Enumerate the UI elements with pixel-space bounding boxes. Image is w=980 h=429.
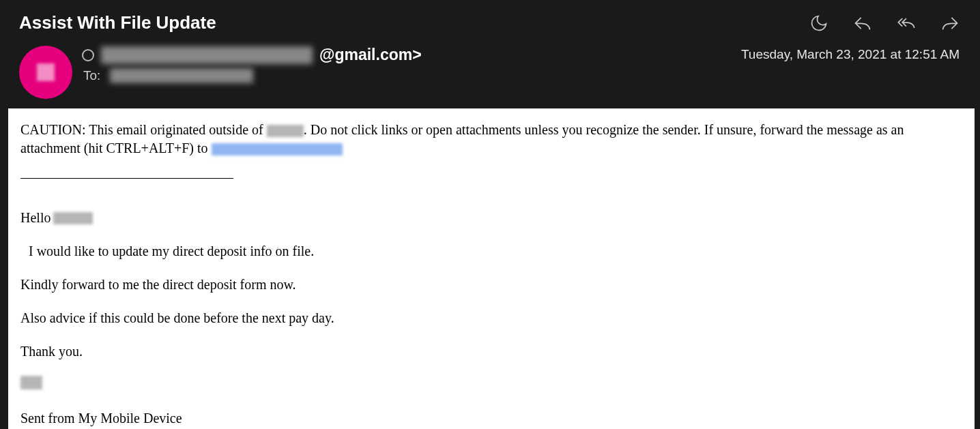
reply-icon[interactable] <box>853 14 872 33</box>
from-name-redacted <box>101 46 313 64</box>
horizontal-divider <box>20 178 233 179</box>
sender-left: @gmail.com> To: <box>82 46 422 83</box>
body-line-3: Also advice if this could be done before… <box>20 309 962 327</box>
forward-icon[interactable] <box>940 14 960 33</box>
sender-avatar <box>19 46 72 99</box>
subject-row: Assist With File Update <box>19 12 961 33</box>
signature-name-redacted <box>20 376 42 389</box>
header-actions <box>809 14 961 33</box>
body-line-4: Thank you. <box>20 342 962 361</box>
from-email-suffix: @gmail.com> <box>319 46 422 64</box>
hello-text: Hello <box>20 209 51 227</box>
email-timestamp: Tuesday, March 23, 2021 at 12:51 AM <box>741 46 961 83</box>
caution-text-1: CAUTION: This email originated outside o… <box>20 122 267 137</box>
avatar-redacted <box>37 63 55 81</box>
email-header: Assist With File Update <box>0 0 980 108</box>
greeting-name-redacted <box>53 212 93 224</box>
caution-email-redacted <box>212 143 343 156</box>
email-body: CAUTION: This email originated outside o… <box>8 108 975 429</box>
reply-all-icon[interactable] <box>897 14 916 33</box>
dark-mode-icon[interactable] <box>809 14 828 33</box>
email-message-view: Assist With File Update <box>0 0 980 429</box>
signature-device: Sent from My Mobile Device <box>20 409 962 428</box>
greeting-line: Hello <box>20 209 962 227</box>
sender-info: @gmail.com> To: Tuesday, March 23, 2021 … <box>82 46 961 83</box>
body-line-2: Kindly forward to me the direct deposit … <box>20 276 962 294</box>
caution-banner: CAUTION: This email originated outside o… <box>20 121 962 158</box>
to-recipient-redacted <box>110 68 253 83</box>
sender-row: @gmail.com> To: Tuesday, March 23, 2021 … <box>19 46 961 99</box>
body-line-1: I would like to update my direct deposit… <box>20 242 962 261</box>
to-line: To: <box>83 68 422 83</box>
from-line: @gmail.com> <box>82 46 422 64</box>
email-subject: Assist With File Update <box>19 12 216 33</box>
unread-marker-icon <box>82 49 94 61</box>
to-label: To: <box>83 68 100 83</box>
caution-org-redacted <box>267 125 304 137</box>
